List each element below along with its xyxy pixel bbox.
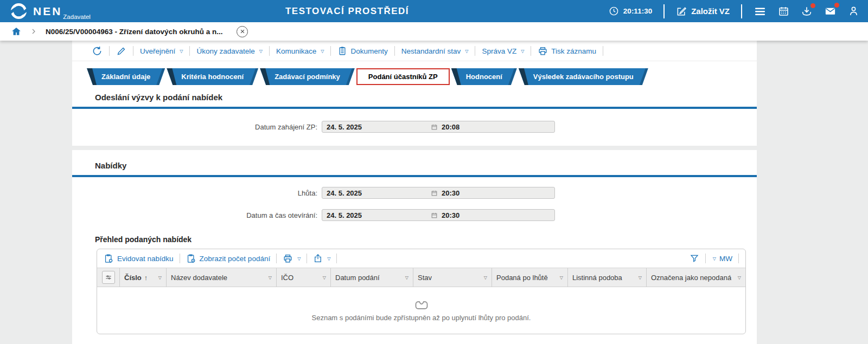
menu-ukony-zadavatele[interactable]: Úkony zadavatele▽ xyxy=(196,47,262,55)
messages-button[interactable] xyxy=(824,5,837,17)
date-value: 24. 5. 2025 xyxy=(322,189,431,197)
column-header-podana-po-lhute[interactable]: Podaná po lhůtě ▽ xyxy=(492,268,568,287)
share-export-icon xyxy=(313,254,323,263)
column-label: Označena jako nepodaná xyxy=(651,274,731,282)
toolbar-divider xyxy=(330,46,331,56)
column-filter-icon[interactable]: ▽ xyxy=(735,275,741,280)
record-tab-bar: Základní údaje Kritéria hodnocení Zadáva… xyxy=(87,68,757,85)
breadcrumb: N006/25/V00004963 - Zřízení datových okr… xyxy=(0,22,868,41)
grid-print-button[interactable]: ▽ xyxy=(283,254,301,264)
chevron-down-icon: ▽ xyxy=(713,256,716,261)
column-filter-icon[interactable]: ▽ xyxy=(155,275,162,280)
toolbar-divider xyxy=(276,254,277,263)
time-value: 20:08 xyxy=(442,123,459,131)
download-notification-dot xyxy=(810,3,815,8)
document-icon xyxy=(337,46,347,56)
toolbar-divider xyxy=(738,254,739,263)
brand-role-label: Zadavatel xyxy=(63,14,91,20)
filter-icon[interactable] xyxy=(690,254,699,263)
chevron-down-icon: ▽ xyxy=(259,49,263,54)
menu-nestandardni-stav[interactable]: Nestandardní stav▽ xyxy=(401,47,469,55)
tab-kriteria-hodnoceni[interactable]: Kritéria hodnocení xyxy=(167,68,258,85)
zobrazit-pocet-podani-button[interactable]: Zobrazit počet podání xyxy=(186,254,271,264)
column-label: Listinná podoba xyxy=(572,274,622,282)
column-header-cislo[interactable]: Číslo ↑ ▽ xyxy=(120,268,167,287)
menu-label: Dokumenty xyxy=(350,47,387,55)
section-title-nabidky: Nabídky xyxy=(72,150,757,177)
close-record-button[interactable] xyxy=(237,26,248,37)
date-value: 24. 5. 2025 xyxy=(322,211,431,219)
page-content: Uveřejnění▽ Úkony zadavatele▽ Komunikace… xyxy=(0,41,868,344)
breadcrumb-current-record[interactable]: N006/25/V00004963 - Zřízení datových okr… xyxy=(46,28,222,36)
mail-notification-dot xyxy=(834,3,839,8)
print-record-button[interactable]: Tisk záznamu xyxy=(538,46,596,56)
tab-hodnoceni[interactable]: Hodnocení xyxy=(451,68,517,85)
column-settings-button[interactable] xyxy=(102,271,115,284)
column-filter-icon[interactable]: ▽ xyxy=(635,275,642,280)
column-header-ico[interactable]: IČO ▽ xyxy=(277,268,331,287)
close-icon xyxy=(240,29,245,34)
toolbar-divider xyxy=(189,46,190,56)
lhuta-input[interactable]: 24. 5. 2025 20:30 xyxy=(322,187,555,199)
menu-sprava-vz[interactable]: Správa VZ▽ xyxy=(482,47,524,55)
column-header-listinna-podoba[interactable]: Listinná podoba ▽ xyxy=(568,268,647,287)
toolbar-divider xyxy=(133,46,133,56)
menu-icon[interactable] xyxy=(754,5,767,18)
calendar-icon xyxy=(431,124,438,131)
column-filter-icon[interactable]: ▽ xyxy=(265,275,272,280)
brand-name: NEN xyxy=(33,6,62,17)
session-clock: 20:11:30 xyxy=(609,6,652,16)
tab-label: Zadávací podmínky xyxy=(275,73,340,81)
toolbar-divider xyxy=(475,46,475,56)
create-vz-button[interactable]: Založit VZ xyxy=(676,6,730,17)
menu-dokumenty[interactable]: Dokumenty xyxy=(337,46,387,56)
tab-vysledek-zadavaciho-postupu[interactable]: Výsledek zadávacího postupu xyxy=(519,68,648,85)
column-header-datum-podani[interactable]: Datum podání ▽ xyxy=(331,268,413,287)
button-label: Zobrazit počet podání xyxy=(200,255,271,263)
otevirani-input[interactable]: 24. 5. 2025 20:30 xyxy=(322,209,555,221)
header-divider xyxy=(741,4,742,18)
menu-komunikace[interactable]: Komunikace▽ xyxy=(276,47,324,55)
grid-export-button[interactable]: ▽ xyxy=(313,254,330,263)
datum-zahajeni-input[interactable]: 24. 5. 2025 20:08 xyxy=(322,121,555,133)
column-filter-icon[interactable]: ▽ xyxy=(481,275,487,280)
column-header-nazev-dodavatele[interactable]: Název dodavatele ▽ xyxy=(167,268,277,287)
column-filter-icon[interactable]: ▽ xyxy=(557,275,563,280)
calendar-icon xyxy=(431,190,438,197)
refresh-button[interactable] xyxy=(92,46,103,56)
column-filter-icon[interactable]: ▽ xyxy=(320,275,326,280)
toolbar-divider xyxy=(307,254,307,263)
nen-brand[interactable]: NEN Zadavatel xyxy=(0,1,91,21)
mw-view-button[interactable]: ▽ MW xyxy=(712,255,732,263)
tab-zakladni-udaje[interactable]: Základní údaje xyxy=(87,68,165,85)
grid-header-row: Číslo ↑ ▽ Název dodavatele ▽ IČO ▽ Datum… xyxy=(97,268,745,287)
header-divider xyxy=(663,4,665,18)
home-icon[interactable] xyxy=(11,26,22,37)
tab-podani-ucastniku-zp[interactable]: Podání účastníků ZP xyxy=(356,68,450,85)
calendar-icon[interactable] xyxy=(778,5,789,17)
pencil-icon xyxy=(116,46,126,56)
edit-button[interactable] xyxy=(116,46,126,56)
chevron-down-icon: ▽ xyxy=(180,49,183,54)
column-label: Název dodavatele xyxy=(171,274,227,282)
tab-zadavaci-podminky[interactable]: Zadávací podmínky xyxy=(260,68,355,85)
field-datum-oteviranie: Datum a čas otevírání: 24. 5. 2025 20:30 xyxy=(72,209,757,221)
field-label: Datum a čas otevírání: xyxy=(72,211,322,219)
sliders-icon xyxy=(105,274,112,281)
menu-label: Uveřejnění xyxy=(140,47,175,55)
column-header-oznacena-jako-nepodana[interactable]: Označena jako nepodaná ▽ xyxy=(647,268,745,287)
toolbar-divider xyxy=(531,46,531,56)
evidovat-nabidku-button[interactable]: Evidovat nabídku xyxy=(104,254,174,264)
nabidky-panel: Nabídky Lhůta: 24. 5. 2025 20:30 Datum a… xyxy=(72,150,757,344)
column-label: Číslo xyxy=(124,274,142,282)
column-header-stav[interactable]: Stav ▽ xyxy=(413,268,492,287)
empty-state-message: Seznam s podáními bude zpřístupněn až po… xyxy=(312,314,531,322)
menu-uverejneni[interactable]: Uveřejnění▽ xyxy=(140,47,183,55)
top-header-bar: NEN Zadavatel TESTOVACÍ PROSTŘEDÍ 20:11:… xyxy=(0,0,868,22)
tab-label: Hodnocení xyxy=(466,73,502,81)
user-profile-icon[interactable] xyxy=(848,5,859,17)
downloads-button[interactable] xyxy=(801,5,813,17)
column-filter-icon[interactable]: ▽ xyxy=(402,275,409,280)
sort-asc-icon: ↑ xyxy=(144,274,148,282)
menu-label: Nestandardní stav xyxy=(401,47,461,55)
